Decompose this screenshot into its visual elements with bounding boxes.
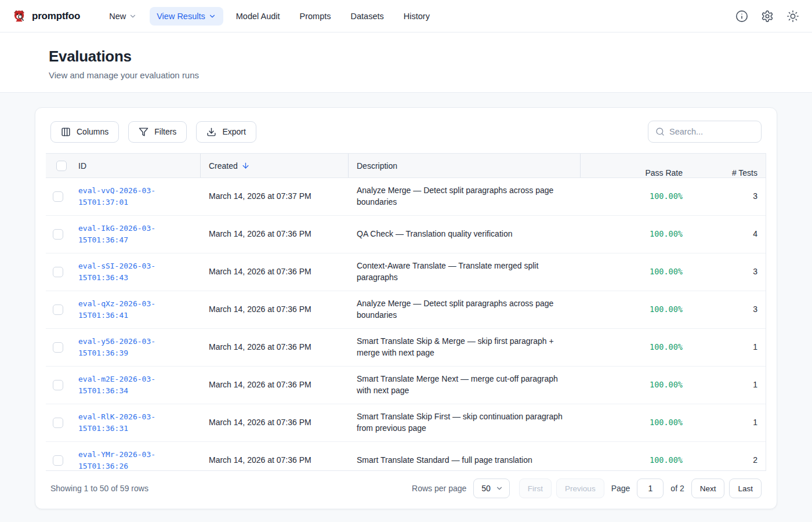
table-row[interactable]: eval-IkG-2026-03-15T01:36:47 March 14, 2… — [46, 216, 766, 253]
row-checkbox[interactable] — [53, 191, 63, 202]
row-checkbox[interactable] — [53, 418, 63, 428]
created-cell: March 14, 2026 at 07:36 PM — [201, 404, 349, 441]
num-tests-cell: 1 — [691, 404, 766, 441]
row-checkbox[interactable] — [53, 455, 63, 466]
search-icon — [655, 127, 665, 136]
search-input[interactable] — [669, 127, 754, 136]
row-checkbox[interactable] — [53, 304, 63, 315]
row-checkbox[interactable] — [53, 229, 63, 240]
num-tests-cell: 3 — [691, 291, 766, 328]
next-page-button[interactable]: Next — [691, 478, 725, 498]
table-row[interactable]: eval-qXz-2026-03-15T01:36:41 March 14, 2… — [46, 291, 766, 329]
pagination-controls: Rows per page 50 First Previous Page of … — [412, 478, 762, 498]
description-cell: Analyze Merge — Detect split paragraphs … — [349, 291, 581, 328]
table-row[interactable]: eval-m2E-2026-03-15T01:36:34 March 14, 2… — [46, 367, 766, 404]
eval-id-link[interactable]: eval-y56-2026-03-15T01:36:39 — [78, 336, 193, 359]
pass-rate-cell: 100.00% — [581, 442, 691, 471]
evaluations-table: ID Created Description Pass Rate # Tests… — [46, 153, 766, 471]
num-tests-cell: 3 — [691, 253, 766, 291]
nav-menu: New View Results Model Audit Prompts Dat… — [102, 7, 437, 26]
top-navbar: promptfoo New View Results Model Audit P… — [0, 0, 812, 32]
column-header-num-tests[interactable]: # Tests — [691, 154, 766, 177]
column-header-description[interactable]: Description — [349, 154, 581, 177]
rows-summary: Showing 1 to 50 of 59 rows — [50, 484, 148, 493]
description-cell: Smart Translate Skip First — skip contin… — [349, 404, 581, 441]
num-tests-cell: 1 — [691, 329, 766, 366]
table-row[interactable]: eval-RlK-2026-03-15T01:36:31 March 14, 2… — [46, 404, 766, 442]
eval-id-link[interactable]: eval-m2E-2026-03-15T01:36:34 — [78, 374, 193, 397]
column-header-pass-rate[interactable]: Pass Rate — [581, 154, 691, 177]
nav-item-new[interactable]: New — [102, 7, 144, 26]
brand-name: promptfoo — [32, 10, 80, 22]
description-cell: Smart Translate Skip & Merge — skip firs… — [349, 329, 581, 366]
nav-actions — [734, 9, 800, 24]
eval-id-link[interactable]: eval-RlK-2026-03-15T01:36:31 — [78, 411, 193, 434]
settings-icon[interactable] — [760, 9, 775, 24]
nav-item-prompts[interactable]: Prompts — [293, 7, 338, 26]
first-page-button[interactable]: First — [519, 478, 552, 498]
nav-item-datasets[interactable]: Datasets — [344, 7, 391, 26]
download-icon — [206, 127, 216, 137]
nav-item-model-audit[interactable]: Model Audit — [229, 7, 287, 26]
description-cell: Smart Translate Merge Next — merge cut-o… — [349, 367, 581, 404]
num-tests-cell: 3 — [691, 178, 766, 215]
eval-id-link[interactable]: eval-qXz-2026-03-15T01:36:41 — [78, 298, 193, 321]
eval-id-link[interactable]: eval-sSI-2026-03-15T01:36:43 — [78, 260, 193, 284]
pass-rate-cell: 100.00% — [581, 404, 691, 441]
eval-id-link[interactable]: eval-YMr-2026-03-15T01:36:26 — [78, 449, 193, 471]
pass-rate-cell: 100.00% — [581, 216, 691, 253]
pass-rate-cell: 100.00% — [581, 329, 691, 366]
num-tests-cell: 1 — [691, 367, 766, 404]
brand-home-link[interactable]: promptfoo — [12, 9, 80, 24]
description-cell: QA Check — Translation quality verificat… — [349, 216, 581, 253]
table-row[interactable]: eval-y56-2026-03-15T01:36:39 March 14, 2… — [46, 329, 766, 367]
page-title: Evaluations — [49, 48, 763, 66]
table-body: eval-vvQ-2026-03-15T01:37:01 March 14, 2… — [46, 178, 766, 471]
created-cell: March 14, 2026 at 07:36 PM — [201, 329, 349, 366]
table-footer: Showing 1 to 50 of 59 rows Rows per page… — [46, 471, 766, 498]
export-button[interactable]: Export — [196, 121, 256, 143]
info-icon[interactable] — [734, 9, 749, 24]
row-checkbox[interactable] — [53, 342, 63, 353]
last-page-button[interactable]: Last — [729, 478, 762, 498]
num-tests-cell: 4 — [691, 216, 766, 253]
columns-button[interactable]: Columns — [50, 121, 119, 143]
select-all-checkbox[interactable] — [56, 161, 67, 171]
filters-button[interactable]: Filters — [128, 121, 187, 143]
columns-icon — [61, 127, 71, 137]
light-theme-icon[interactable] — [785, 9, 800, 24]
column-header-created[interactable]: Created — [201, 154, 349, 177]
table-row[interactable]: eval-vvQ-2026-03-15T01:37:01 March 14, 2… — [46, 178, 766, 216]
description-cell: Context-Aware Translate — Translate merg… — [349, 253, 581, 291]
previous-page-button[interactable]: Previous — [556, 478, 604, 498]
nav-item-history[interactable]: History — [397, 7, 437, 26]
pass-rate-cell: 100.00% — [581, 178, 691, 215]
table-row[interactable]: eval-YMr-2026-03-15T01:36:26 March 14, 2… — [46, 442, 766, 471]
table-row[interactable]: eval-sSI-2026-03-15T01:36:43 March 14, 2… — [46, 253, 766, 291]
num-tests-cell: 2 — [691, 442, 766, 471]
created-cell: March 14, 2026 at 07:37 PM — [201, 178, 349, 215]
total-pages-label: of 2 — [670, 484, 684, 493]
row-checkbox[interactable] — [53, 267, 63, 277]
created-cell: March 14, 2026 at 07:36 PM — [201, 367, 349, 404]
page-number-input[interactable] — [637, 478, 664, 498]
created-cell: March 14, 2026 at 07:36 PM — [201, 291, 349, 328]
nav-item-view-results[interactable]: View Results — [150, 7, 223, 26]
pass-rate-cell: 100.00% — [581, 253, 691, 291]
eval-id-link[interactable]: eval-vvQ-2026-03-15T01:37:01 — [78, 185, 193, 208]
column-header-id[interactable]: ID — [70, 154, 201, 177]
sort-descending-icon — [241, 161, 250, 170]
chevron-down-icon — [495, 484, 503, 492]
content-area: Columns Filters Export — [0, 93, 812, 509]
row-checkbox[interactable] — [53, 380, 63, 390]
filter-icon — [139, 127, 148, 137]
page-subtitle: View and manage your evaluation runs — [49, 70, 763, 80]
created-cell: March 14, 2026 at 07:36 PM — [201, 253, 349, 291]
table-toolbar: Columns Filters Export — [50, 121, 762, 143]
rows-per-page-select[interactable]: 50 — [473, 478, 510, 498]
chevron-down-icon — [208, 12, 216, 20]
rows-per-page-label: Rows per page — [412, 484, 466, 493]
page-header: Evaluations View and manage your evaluat… — [0, 32, 812, 93]
eval-id-link[interactable]: eval-IkG-2026-03-15T01:36:47 — [78, 223, 193, 246]
pass-rate-cell: 100.00% — [581, 367, 691, 404]
